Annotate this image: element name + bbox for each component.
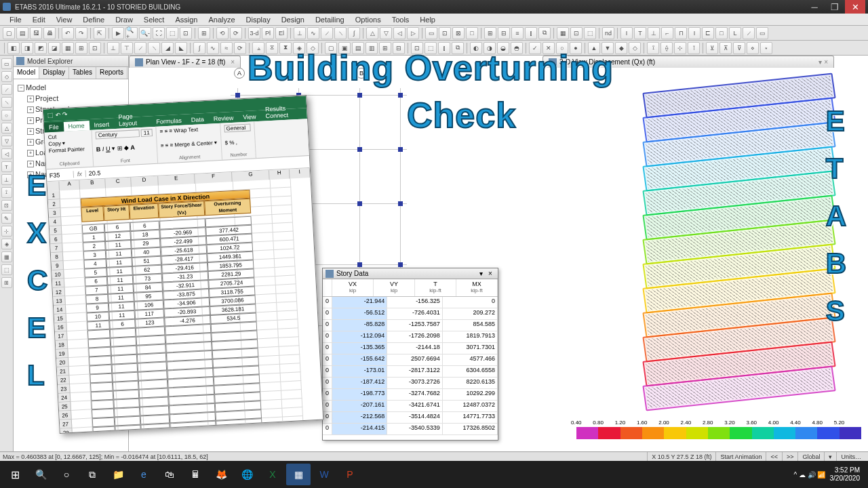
me-tab-reports[interactable]: Reports	[96, 67, 127, 79]
toolbar-button[interactable]: ⟍	[148, 42, 160, 54]
toolbar-button[interactable]: ⟋	[134, 42, 146, 54]
toolbar-button[interactable]: ◇	[307, 42, 319, 54]
toolbar-button[interactable]: ⟠	[660, 42, 673, 54]
left-tool[interactable]: ○	[1, 110, 12, 121]
toolbar-button[interactable]: ⌐	[661, 27, 673, 39]
menu-detailing[interactable]: Detailing	[310, 16, 350, 24]
toolbar-button[interactable]: ◓	[511, 42, 523, 54]
toolbar-button[interactable]: ◒	[497, 42, 509, 54]
toolbar-button[interactable]: △	[366, 27, 378, 39]
close-tab-icon[interactable]: ×	[231, 58, 235, 66]
toolbar-button[interactable]: ○	[556, 42, 568, 54]
3d-view-tab[interactable]: 3-D View Displacement (Qx) (ft) ▾ ×	[542, 56, 834, 68]
toolbar-button[interactable]: ⊟	[393, 42, 405, 54]
toolbar-button[interactable]: ⧉	[452, 42, 464, 54]
taskbar-clock[interactable]: 3:52 PM 3/20/2020	[830, 466, 866, 483]
left-tool[interactable]: ✎	[1, 213, 12, 224]
toolbar-button[interactable]: ⧖	[266, 42, 278, 54]
menu-help[interactable]: Help	[414, 16, 441, 24]
toolbar-button[interactable]: ⊞	[379, 42, 391, 54]
toolbar-button[interactable]: ▽	[380, 27, 392, 39]
word-icon[interactable]: W	[312, 464, 336, 485]
store-icon[interactable]: 🛍	[157, 464, 182, 485]
left-tool[interactable]: ◈	[1, 239, 12, 249]
prev-button[interactable]: <<	[766, 452, 782, 462]
toolbar-button[interactable]: ▤	[16, 27, 28, 39]
toolbar-button[interactable]: ▥	[366, 42, 378, 54]
toolbar-button[interactable]: ⬚	[166, 27, 178, 39]
toolbar-button[interactable]: ⛶	[153, 27, 165, 39]
status-units2[interactable]: Units…	[836, 452, 865, 462]
toolbar-button[interactable]: ◈	[293, 42, 305, 54]
toolbar-button[interactable]: ◆	[615, 42, 627, 54]
maximize-button[interactable]: ❐	[825, 0, 845, 14]
menu-assign[interactable]: Assign	[170, 16, 203, 24]
task-view-icon[interactable]: ⧉	[80, 464, 104, 485]
toolbar-button[interactable]: ⟋	[321, 27, 333, 39]
toolbar-button[interactable]: ⊏	[702, 27, 714, 39]
chrome-icon[interactable]: 🌐	[235, 464, 259, 485]
toolbar-button[interactable]: ⫿	[525, 27, 537, 39]
toolbar-button[interactable]: ⊤	[121, 42, 133, 54]
toolbar-button[interactable]: ∿	[307, 27, 319, 39]
left-tool[interactable]: ⬚	[1, 264, 12, 275]
toolbar-button[interactable]: ▢	[325, 42, 337, 54]
toolbar-button[interactable]: ◇	[629, 42, 641, 54]
status-units-dd[interactable]: ▾	[824, 452, 836, 462]
excel-taskbar-icon[interactable]: X	[260, 464, 285, 485]
toolbar-button[interactable]: ▼	[601, 42, 614, 54]
toolbar-button[interactable]: ⊡	[411, 42, 423, 54]
toolbar-button[interactable]: I	[620, 27, 633, 39]
toolbar-button[interactable]: ≡	[511, 27, 524, 39]
toolbar-button[interactable]: ▭	[756, 27, 768, 39]
left-tool[interactable]: ◇	[1, 71, 12, 82]
toolbar-button[interactable]: ⊟	[498, 27, 510, 39]
toolbar-button[interactable]: I	[688, 27, 701, 39]
menu-draw[interactable]: Draw	[110, 16, 138, 24]
toolbar-button[interactable]: ◐	[470, 42, 482, 54]
me-tab-display[interactable]: Display	[39, 67, 69, 79]
toolbar-button[interactable]: ⊹	[674, 42, 686, 54]
toolbar-button[interactable]: ▷	[407, 27, 419, 39]
toolbar-button[interactable]: ∫	[348, 27, 360, 39]
toolbar-button[interactable]: ⊞	[484, 27, 496, 39]
menu-options[interactable]: Options	[350, 16, 387, 24]
cortana-icon[interactable]: ○	[54, 464, 79, 485]
start-animation-button[interactable]: Start Animation	[715, 452, 766, 462]
toolbar-button[interactable]: ✓	[529, 42, 541, 54]
toolbar-button[interactable]: ⟳	[230, 27, 242, 39]
excel-grid[interactable]: 12Wind Load Case in X Direction3LevelSto…	[47, 178, 323, 434]
toolbar-button[interactable]: T	[634, 27, 646, 39]
toolbar-button[interactable]: ⟋	[743, 27, 755, 39]
toolbar-button[interactable]: ⟁	[252, 42, 264, 54]
toolbar-button[interactable]: ⊡	[439, 27, 451, 39]
toolbar-button[interactable]: ⊞	[75, 42, 87, 54]
close-button[interactable]: ✕	[845, 0, 865, 14]
menu-select[interactable]: Select	[138, 16, 170, 24]
excel-window[interactable]: ⬚ ↶ ↷ File HomeInsertPage LayoutFormulas…	[43, 95, 324, 434]
excel-fx-icon[interactable]: fx	[74, 170, 86, 178]
menu-view[interactable]: View	[51, 16, 78, 24]
story-data-close[interactable]: ×	[486, 270, 495, 277]
toolbar-button[interactable]: ⫿	[438, 42, 450, 54]
left-tool[interactable]: △	[1, 123, 12, 134]
toolbar-button[interactable]: ⊡	[180, 27, 192, 39]
toolbar-button[interactable]: ◑	[484, 42, 496, 54]
toolbar-button[interactable]: ▦	[557, 27, 569, 39]
toolbar-button[interactable]: Pl	[262, 27, 274, 39]
system-tray[interactable]: ^ ☁ 🔊 📶	[789, 471, 829, 479]
toolbar-button[interactable]: ▦	[62, 42, 74, 54]
left-tool[interactable]: ▽	[1, 136, 12, 146]
toolbar-button[interactable]: ⊥	[294, 27, 306, 39]
toolbar-button[interactable]: ⊡	[570, 27, 583, 39]
toolbar-button[interactable]: ◣	[175, 42, 187, 54]
toolbar-button[interactable]: El	[275, 27, 288, 39]
toolbar-button[interactable]: ⬚	[584, 27, 596, 39]
close-tab-icon[interactable]: ▾ ×	[818, 58, 828, 66]
search-icon[interactable]: 🔍	[28, 464, 53, 485]
menu-tools[interactable]: Tools	[387, 16, 415, 24]
menu-file[interactable]: File	[4, 16, 27, 24]
toolbar-button[interactable]: ⟲	[216, 27, 229, 39]
menu-edit[interactable]: Edit	[27, 16, 51, 24]
excel-file-tab[interactable]: File	[44, 122, 64, 132]
